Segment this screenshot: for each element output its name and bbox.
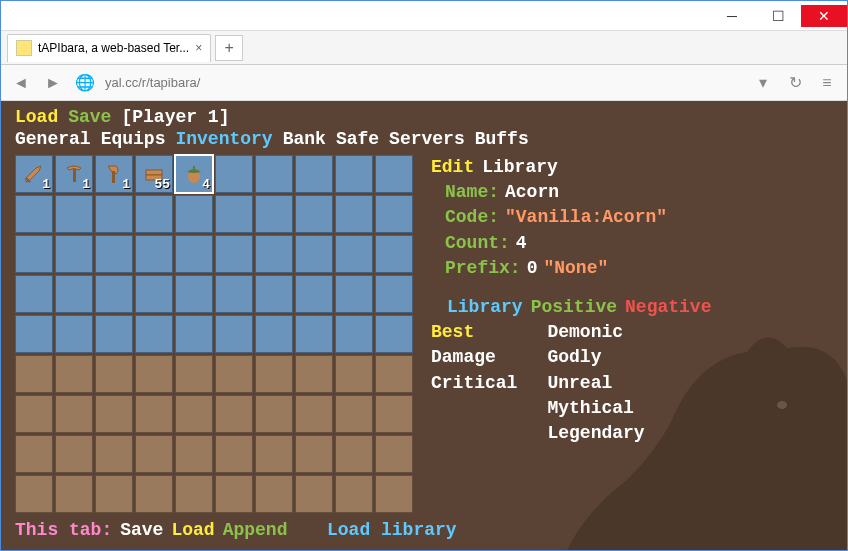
inventory-slot[interactable] [255,355,293,393]
prefix-option[interactable]: Critical [431,371,517,396]
inventory-slot[interactable] [375,435,413,473]
pfx-library[interactable]: Library [447,295,523,320]
inventory-slot[interactable] [55,395,93,433]
close-button[interactable]: ✕ [801,5,847,27]
name-value[interactable]: Acorn [505,180,559,205]
inventory-slot[interactable] [55,315,93,353]
tab-load-button[interactable]: Load [171,520,214,540]
prefix-num[interactable]: 0 [527,256,538,281]
inventory-slot[interactable] [375,235,413,273]
tab-append-button[interactable]: Append [223,520,288,540]
tab-bank[interactable]: Bank [283,129,326,149]
prefix-option[interactable]: Best [431,320,517,345]
inventory-slot[interactable]: 1 [55,155,93,193]
save-button[interactable]: Save [68,107,111,127]
inventory-slot[interactable] [15,315,53,353]
inventory-slot[interactable] [135,235,173,273]
tab-inventory[interactable]: Inventory [175,129,272,149]
browser-tab[interactable]: tAPIbara, a web-based Ter... × [7,34,211,62]
inventory-slot[interactable] [95,275,133,313]
tab-save-button[interactable]: Save [120,520,163,540]
load-library-button[interactable]: Load library [327,520,457,540]
inventory-slot[interactable] [215,235,253,273]
inventory-slot[interactable] [375,315,413,353]
inventory-slot[interactable] [295,435,333,473]
inventory-slot[interactable] [375,355,413,393]
inventory-slot[interactable]: 4 [175,155,213,193]
minimize-button[interactable]: ─ [709,5,755,27]
inventory-slot[interactable] [135,475,173,513]
inventory-slot[interactable] [15,395,53,433]
edit-link[interactable]: Edit [431,155,474,180]
url-dropdown-icon[interactable]: ▾ [751,71,775,95]
count-value[interactable]: 4 [516,231,527,256]
load-button[interactable]: Load [15,107,58,127]
inventory-slot[interactable] [95,315,133,353]
prefix-option[interactable]: Damage [431,345,517,370]
inventory-slot[interactable] [55,355,93,393]
pfx-negative[interactable]: Negative [625,295,711,320]
maximize-button[interactable]: ☐ [755,5,801,27]
inventory-slot[interactable] [135,195,173,233]
inventory-slot[interactable] [375,395,413,433]
refresh-button[interactable]: ↻ [783,71,807,95]
tab-close-icon[interactable]: × [195,41,202,55]
inventory-slot[interactable] [135,395,173,433]
inventory-slot[interactable]: 1 [95,155,133,193]
inventory-slot[interactable] [215,435,253,473]
tab-safe[interactable]: Safe [336,129,379,149]
inventory-slot[interactable] [215,475,253,513]
inventory-slot[interactable] [255,195,293,233]
inventory-slot[interactable] [335,275,373,313]
inventory-slot[interactable] [295,395,333,433]
inventory-slot[interactable] [175,435,213,473]
inventory-slot[interactable] [335,235,373,273]
inventory-slot[interactable] [95,395,133,433]
inventory-slot[interactable] [295,275,333,313]
new-tab-button[interactable]: + [215,35,243,61]
inventory-slot[interactable] [175,195,213,233]
inventory-slot[interactable] [215,315,253,353]
inventory-slot[interactable] [295,155,333,193]
inventory-slot[interactable] [335,155,373,193]
back-button[interactable]: ◄ [9,71,33,95]
inventory-slot[interactable] [15,475,53,513]
inventory-slot[interactable] [175,475,213,513]
menu-button[interactable]: ≡ [815,71,839,95]
inventory-slot[interactable] [215,355,253,393]
inventory-slot[interactable] [15,275,53,313]
inventory-slot[interactable] [375,275,413,313]
inventory-slot[interactable] [55,235,93,273]
library-link[interactable]: Library [482,155,558,180]
inventory-slot[interactable] [375,475,413,513]
code-value[interactable]: "Vanilla:Acorn" [505,205,667,230]
inventory-slot[interactable] [215,155,253,193]
inventory-slot[interactable] [335,315,373,353]
inventory-slot[interactable] [135,275,173,313]
inventory-slot[interactable] [135,355,173,393]
forward-button[interactable]: ► [41,71,65,95]
inventory-slot[interactable] [15,195,53,233]
pfx-positive[interactable]: Positive [531,295,617,320]
inventory-slot[interactable] [95,195,133,233]
inventory-slot[interactable] [175,355,213,393]
inventory-slot[interactable] [55,275,93,313]
inventory-slot[interactable] [135,315,173,353]
inventory-slot[interactable] [15,235,53,273]
inventory-slot[interactable] [255,475,293,513]
inventory-slot[interactable] [335,395,373,433]
inventory-slot[interactable] [255,235,293,273]
tab-buffs[interactable]: Buffs [475,129,529,149]
inventory-slot[interactable] [95,475,133,513]
inventory-slot[interactable] [95,235,133,273]
inventory-slot[interactable] [375,195,413,233]
inventory-slot[interactable] [95,355,133,393]
tab-general[interactable]: General [15,129,91,149]
inventory-slot[interactable] [255,275,293,313]
inventory-slot[interactable] [15,435,53,473]
inventory-slot[interactable] [175,235,213,273]
inventory-slot[interactable] [335,355,373,393]
inventory-slot[interactable] [255,395,293,433]
inventory-slot[interactable] [95,435,133,473]
inventory-slot[interactable] [255,155,293,193]
